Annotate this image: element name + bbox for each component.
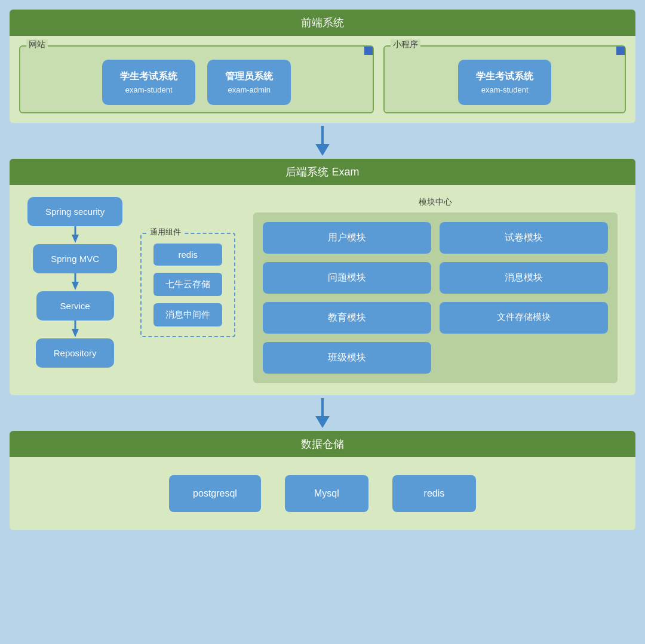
svg-marker-9 bbox=[315, 416, 330, 428]
mq-comp: 消息中间件 bbox=[153, 303, 222, 326]
miniprogram-label: 小程序 bbox=[391, 39, 420, 50]
miniprogram-panel: 小程序 学生考试系统 exam-student bbox=[383, 45, 626, 113]
stack-arrow-3 bbox=[69, 321, 81, 338]
user-module: 用户模块 bbox=[263, 222, 431, 254]
data-body: postgresql Mysql redis bbox=[10, 457, 635, 530]
redis-db-box: redis bbox=[392, 475, 476, 512]
frontend-section: 前端系统 网站 学生考试系统 exam-student 管理员系统 exam-a… bbox=[10, 10, 635, 123]
svg-marker-3 bbox=[72, 235, 79, 243]
common-components: 通用组件 redis 七牛云存储 消息中间件 bbox=[140, 233, 235, 337]
svg-marker-1 bbox=[315, 144, 330, 156]
postgresql-box: postgresql bbox=[169, 475, 261, 512]
stack-arrow-2 bbox=[69, 273, 81, 291]
exam-paper-module: 试卷模块 bbox=[440, 222, 608, 254]
miniprogram-apps: 学生考试系统 exam-student bbox=[392, 54, 618, 105]
website-panel: 网站 学生考试系统 exam-student 管理员系统 exam-admin bbox=[19, 45, 374, 113]
question-module: 问题模块 bbox=[263, 262, 431, 294]
message-module: 消息模块 bbox=[440, 262, 608, 294]
app-name-1: 学生考试系统 bbox=[120, 70, 177, 83]
education-module: 教育模块 bbox=[263, 302, 431, 334]
app-name-2: 管理员系统 bbox=[225, 70, 273, 83]
app-name-mini: 学生考试系统 bbox=[476, 70, 533, 83]
arrow-backend-to-data bbox=[10, 395, 635, 431]
data-warehouse-title: 数据仓储 bbox=[10, 431, 635, 457]
repository-box: Repository bbox=[36, 338, 115, 368]
exam-student-mini-app: 学生考试系统 exam-student bbox=[458, 60, 551, 105]
spring-stack: Spring security Spring MVC Service bbox=[27, 197, 122, 368]
module-grid-wrapper: 用户模块 试卷模块 问题模块 消息模块 教育模块 文件存储模块 班级模块 bbox=[253, 212, 618, 383]
file-storage-module: 文件存储模块 bbox=[440, 302, 608, 334]
website-label: 网站 bbox=[26, 39, 48, 50]
svg-marker-5 bbox=[72, 282, 79, 290]
spring-mvc-box: Spring MVC bbox=[33, 244, 117, 273]
module-center-label: 模块中心 bbox=[253, 197, 618, 208]
main-wrapper: 前端系统 网站 学生考试系统 exam-student 管理员系统 exam-a… bbox=[10, 10, 635, 530]
svg-marker-7 bbox=[72, 329, 79, 337]
module-center: 模块中心 用户模块 试卷模块 问题模块 消息模块 教育模块 文件存储模块 班级模… bbox=[253, 197, 618, 383]
exam-student-app: 学生考试系统 exam-student bbox=[102, 60, 195, 105]
app-sub-2: exam-admin bbox=[225, 85, 273, 94]
backend-section: 后端系统 Exam Spring security Spring MVC bbox=[10, 159, 635, 395]
app-sub-1: exam-student bbox=[120, 85, 177, 94]
stack-arrow-1 bbox=[69, 226, 81, 244]
qiniu-comp: 七牛云存储 bbox=[153, 273, 222, 296]
panel-corner-mini bbox=[616, 47, 625, 55]
backend-body: Spring security Spring MVC Service bbox=[10, 185, 635, 395]
exam-admin-app: 管理员系统 exam-admin bbox=[207, 60, 291, 105]
frontend-title: 前端系统 bbox=[10, 10, 635, 36]
common-label: 通用组件 bbox=[148, 227, 183, 238]
website-apps: 学生考试系统 exam-student 管理员系统 exam-admin bbox=[27, 54, 366, 105]
panel-corner-website bbox=[364, 47, 373, 55]
mysql-box: Mysql bbox=[285, 475, 368, 512]
common-wrapper: 通用组件 redis 七牛云存储 消息中间件 bbox=[140, 197, 235, 337]
data-warehouse-section: 数据仓储 postgresql Mysql redis bbox=[10, 431, 635, 530]
service-box: Service bbox=[36, 291, 114, 321]
spring-security-box: Spring security bbox=[27, 197, 122, 226]
redis-comp: redis bbox=[153, 244, 222, 266]
frontend-body: 网站 学生考试系统 exam-student 管理员系统 exam-admin … bbox=[10, 36, 635, 123]
backend-title: 后端系统 Exam bbox=[10, 159, 635, 185]
module-grid: 用户模块 试卷模块 问题模块 消息模块 教育模块 文件存储模块 班级模块 bbox=[263, 222, 608, 374]
class-module: 班级模块 bbox=[263, 342, 431, 374]
arrow-frontend-to-backend bbox=[10, 123, 635, 159]
app-sub-mini: exam-student bbox=[476, 85, 533, 94]
